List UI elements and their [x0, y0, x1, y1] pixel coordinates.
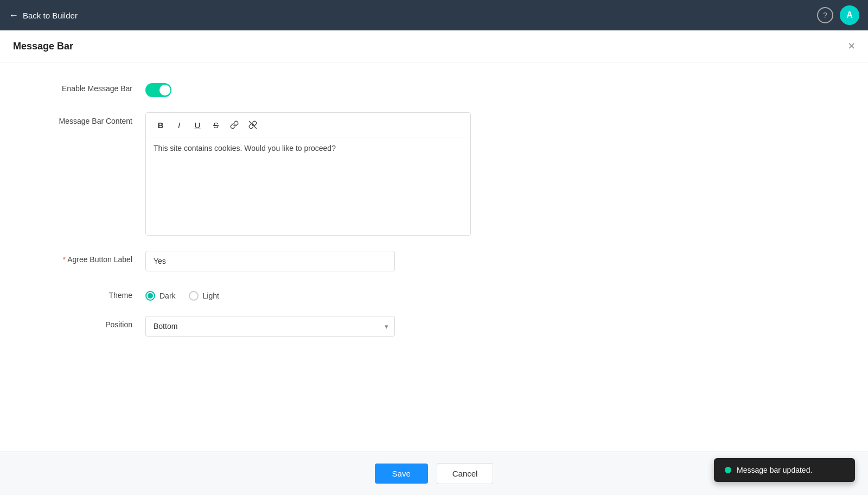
- back-arrow-icon: ←: [9, 10, 18, 21]
- cancel-button[interactable]: Cancel: [437, 463, 494, 484]
- agree-input[interactable]: [145, 251, 395, 271]
- form-body: Enable Message Bar Message Bar Content B…: [0, 62, 868, 452]
- agree-input-wrapper: [145, 251, 471, 271]
- panel-header: Message Bar ×: [0, 30, 868, 62]
- panel-title: Message Bar: [13, 41, 73, 52]
- close-button[interactable]: ×: [848, 40, 855, 52]
- theme-light-label: Light: [203, 291, 219, 300]
- avatar[interactable]: A: [840, 5, 859, 25]
- position-select-wrapper: Bottom Top ▾: [145, 316, 471, 337]
- enable-toggle[interactable]: [145, 83, 171, 97]
- content-label: Message Bar Content: [26, 112, 145, 125]
- theme-label: Theme: [26, 287, 145, 300]
- position-select[interactable]: Bottom Top: [145, 316, 395, 337]
- nav-right-section: ? A: [817, 5, 859, 25]
- enable-label: Enable Message Bar: [26, 80, 145, 93]
- toggle-thumb: [159, 85, 170, 96]
- strikethrough-button[interactable]: S: [208, 117, 224, 132]
- position-label: Position: [26, 316, 145, 329]
- toast-dot-icon: [725, 467, 731, 473]
- back-button-label: Back to Builder: [23, 11, 78, 20]
- link-button[interactable]: [226, 117, 242, 132]
- theme-dark-radio: [145, 291, 155, 301]
- toast-notification: Message bar updated.: [714, 458, 855, 482]
- position-row: Position Bottom Top ▾: [26, 316, 842, 337]
- enable-toggle-wrapper: [145, 80, 471, 97]
- toast-message: Message bar updated.: [737, 466, 812, 474]
- top-navigation: ← Back to Builder ? A: [0, 0, 868, 30]
- theme-row: Theme Dark Light: [26, 287, 842, 301]
- italic-button[interactable]: I: [171, 117, 187, 132]
- theme-dark-label: Dark: [159, 291, 176, 300]
- theme-dark-option[interactable]: Dark: [145, 291, 176, 301]
- editor-content[interactable]: This site contains cookies. Would you li…: [146, 137, 470, 235]
- theme-light-radio: [189, 291, 199, 301]
- theme-dark-dot: [148, 293, 153, 299]
- agree-row: Agree Button Label: [26, 251, 842, 271]
- editor-toolbar: B I U S: [146, 113, 470, 137]
- theme-radio-group: Dark Light: [145, 287, 471, 301]
- back-to-builder-button[interactable]: ← Back to Builder: [9, 10, 78, 21]
- underline-button[interactable]: U: [189, 117, 206, 132]
- unlink-button[interactable]: [245, 117, 261, 132]
- enable-row: Enable Message Bar: [26, 80, 842, 97]
- content-row: Message Bar Content B I U S: [26, 112, 842, 236]
- save-button[interactable]: Save: [375, 464, 428, 484]
- content-editor-wrapper: B I U S This site contains cookies. Woul…: [145, 112, 471, 236]
- main-panel: Message Bar × Enable Message Bar Message…: [0, 30, 868, 495]
- theme-light-option[interactable]: Light: [189, 291, 219, 301]
- agree-label: Agree Button Label: [26, 251, 145, 264]
- editor-container: B I U S This site contains cookies. Woul…: [145, 112, 471, 236]
- position-dropdown-wrapper: Bottom Top ▾: [145, 316, 395, 337]
- help-icon[interactable]: ?: [817, 7, 833, 23]
- bold-button[interactable]: B: [152, 117, 169, 132]
